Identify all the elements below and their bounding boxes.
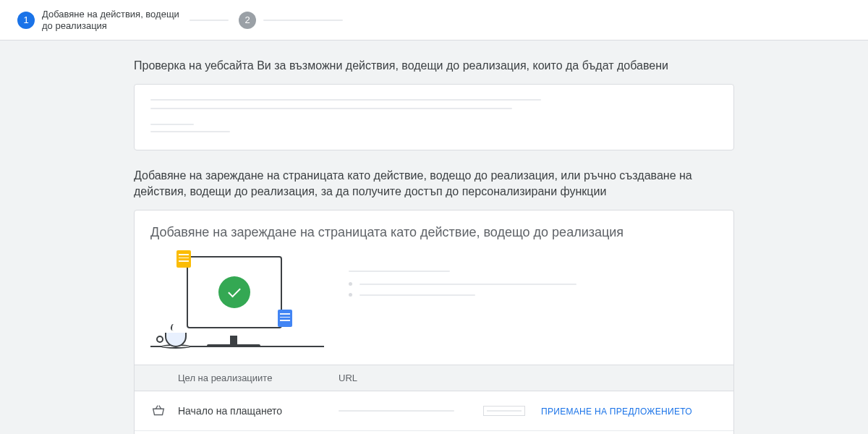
placeholder-line <box>150 99 541 101</box>
page-content: Проверка на уебсайта Ви за възможни дейс… <box>134 41 734 434</box>
step-2[interactable]: 2 <box>239 12 343 29</box>
col-goal-header: Цел на реализациите <box>150 373 339 383</box>
pageload-card-heading: Добавяне на зареждане на страницата като… <box>150 225 718 240</box>
url-thumb[interactable] <box>483 406 525 416</box>
step-connector <box>190 20 229 21</box>
url-placeholder <box>339 410 454 412</box>
doc-yellow-icon <box>176 250 191 268</box>
cup-icon <box>161 326 191 347</box>
step-1[interactable]: 1 Добавяне на действия, водещи до реализ… <box>17 9 179 32</box>
section1-title: Проверка на уебсайта Ви за възможни дейс… <box>134 58 734 74</box>
scan-card <box>134 84 734 150</box>
placeholder-line <box>150 108 512 109</box>
placeholder-line <box>150 131 230 132</box>
illustration-text <box>349 271 576 297</box>
section2-title: Добавяне на зареждане на страницата като… <box>134 168 734 200</box>
check-icon <box>218 276 250 308</box>
step-1-label: Добавяне на действия, водещи до реализац… <box>42 9 179 32</box>
table-row: Начало на плащането ПРИЕМАНЕ НА ПРЕДЛОЖЕ… <box>135 391 733 431</box>
placeholder-line <box>150 124 194 125</box>
illustration <box>150 253 324 347</box>
step-2-label <box>263 20 343 21</box>
basket-icon <box>150 403 166 419</box>
row-goal-label: Начало на плащането <box>178 405 282 417</box>
step-1-badge: 1 <box>17 12 35 29</box>
pageload-card: Добавяне на зареждане на страницата като… <box>134 210 734 434</box>
table-header: Цел на реализациите URL <box>135 365 733 391</box>
table-row: Показване на страницата ПРИЕМАНЕ НА ПРЕД… <box>135 431 733 434</box>
step-2-badge: 2 <box>239 12 256 29</box>
col-url-header: URL <box>339 373 483 383</box>
accept-button[interactable]: ПРИЕМАНЕ НА ПРЕДЛОЖЕНИЕТО <box>541 407 692 417</box>
stepper: 1 Добавяне на действия, водещи до реализ… <box>0 0 868 41</box>
doc-blue-icon <box>278 310 292 327</box>
